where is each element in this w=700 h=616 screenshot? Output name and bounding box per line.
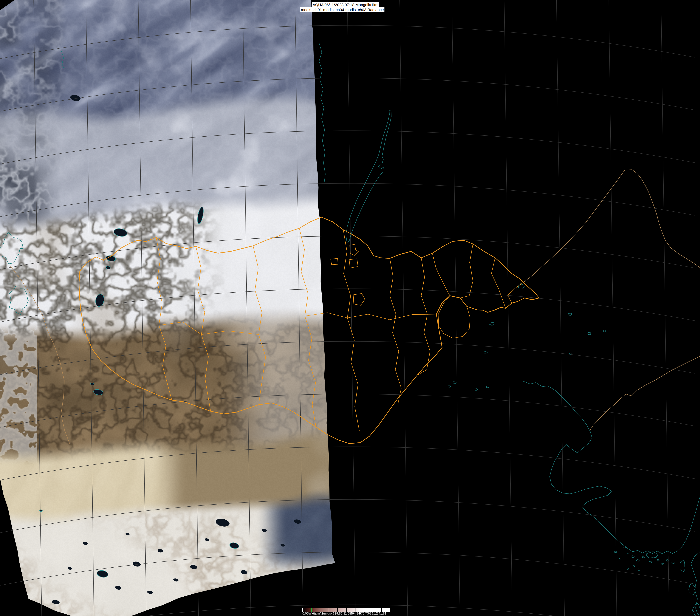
colorbar-tick: [320, 608, 320, 612]
colorbar-tick: [302, 608, 303, 612]
colorbar-tick: [373, 608, 373, 612]
colorbar-tick: [355, 608, 355, 612]
colorbar-tick-label: 329.56: [333, 612, 342, 615]
image-title-line1: AQUA 06/11/2023 07:18 Mongolia1km: [312, 2, 379, 7]
colorbar-tick-label: 659.12: [368, 612, 378, 615]
satellite-map-canvas: [0, 0, 700, 616]
satellite-viewer: { "header": { "line1": "AQUA 06/11/2023 …: [0, 0, 700, 616]
colorbar-labels: 0.00Watts/m^2/micro 329.56411.95494.3457…: [302, 612, 399, 615]
colorbar-tick-label: 411.95: [342, 612, 351, 615]
colorbar-tick-label: 494.34: [350, 612, 360, 615]
colorbar-tick: [364, 608, 364, 612]
colorbar-tick: [346, 608, 347, 612]
colorbar-tick-label: 576.73: [359, 612, 369, 615]
colorbar-tick: [329, 608, 329, 612]
colorbar: 0.00Watts/m^2/micro 329.56411.95494.3457…: [302, 608, 390, 615]
colorbar-gradient: [302, 608, 390, 612]
image-title-line2: modis_ch01-modis_ch04-modis_ch03 Radianc…: [300, 7, 385, 12]
colorbar-tick: [311, 608, 312, 612]
colorbar-tick: [381, 608, 382, 612]
colorbar-tick: [337, 608, 338, 612]
colorbar-unit-label: 0.00Watts/m^2/micro: [302, 612, 332, 615]
colorbar-tick-label: 741.51: [377, 612, 386, 615]
